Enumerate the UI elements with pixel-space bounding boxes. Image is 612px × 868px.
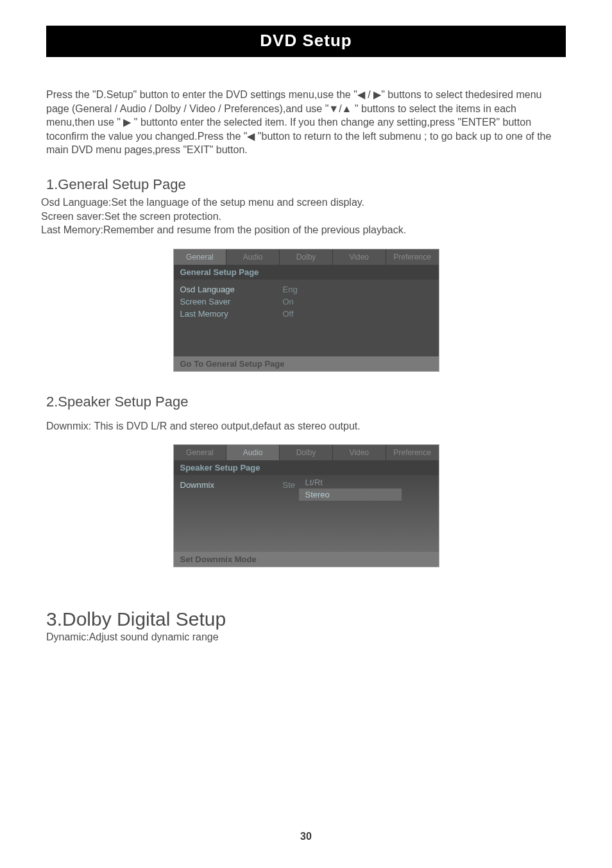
setup-row: Screen Saver On: [174, 296, 439, 308]
last-memory-desc: Last Memory:Remember and resume from the…: [41, 223, 566, 237]
intro-text: Press the "D.Setup" button to enter the …: [46, 89, 357, 100]
panel-footer: Set Downmix Mode: [174, 552, 439, 567]
left-arrow-icon: ◀: [247, 131, 255, 142]
down-up-arrow-icon: ▼/▲: [328, 103, 352, 114]
tab-general: General: [174, 445, 227, 460]
tab-dolby: Dolby: [280, 249, 333, 265]
general-setup-screenshot: General Audio Dolby Video Preference Gen…: [173, 249, 439, 372]
tab-dolby: Dolby: [280, 445, 333, 460]
speaker-setup-screenshot: General Audio Dolby Video Preference Spe…: [173, 444, 439, 567]
setup-row: Last Memory Off: [174, 308, 439, 320]
tab-preference: Preference: [386, 249, 439, 265]
row-label: Osd Language: [180, 285, 283, 294]
tab-audio: Audio: [226, 445, 280, 460]
tab-audio: Audio: [226, 249, 280, 265]
section-2-description: Downmix: This is DVD L/R and stereo outp…: [46, 419, 566, 433]
section-3-heading: 3.Dolby Digital Setup: [46, 608, 566, 630]
right-arrow-icon: ▶: [123, 117, 131, 128]
section-2-heading: 2.Speaker Setup Page: [46, 394, 566, 410]
row-value: Eng: [283, 285, 298, 294]
submenu-item: Lt/Rt: [299, 476, 402, 488]
panel-body: Downmix Ste Lt/Rt Stereo: [174, 475, 439, 552]
screen-saver-desc: Screen saver:Set the screen protection.: [41, 210, 566, 224]
page-number: 30: [0, 831, 612, 842]
intro-paragraph: Press the "D.Setup" button to enter the …: [46, 88, 566, 157]
left-right-arrow-icon: ◀ / ▶: [357, 89, 381, 100]
panel-body: Osd Language Eng Screen Saver On Last Me…: [174, 280, 439, 356]
panel-footer: Go To General Setup Page: [174, 356, 439, 371]
row-label: Downmix: [180, 480, 283, 490]
setup-tabs: General Audio Dolby Video Preference: [174, 445, 439, 460]
osd-language-desc: Osd Language:Set the language of the set…: [41, 196, 566, 210]
tab-preference: Preference: [386, 445, 439, 460]
setup-tabs: General Audio Dolby Video Preference: [174, 249, 439, 265]
downmix-submenu: Lt/Rt Stereo: [299, 476, 402, 501]
submenu-item-selected: Stereo: [299, 488, 402, 501]
section-1-heading: 1.General Setup Page: [46, 176, 566, 193]
row-value: On: [283, 297, 294, 306]
section-1-description: Osd Language:Set the language of the set…: [41, 196, 566, 237]
panel-title: General Setup Page: [174, 265, 439, 280]
row-label: Last Memory: [180, 309, 283, 319]
setup-row: Osd Language Eng: [174, 283, 439, 296]
row-label: Screen Saver: [180, 297, 283, 306]
row-value: Off: [283, 309, 294, 319]
tab-video: Video: [333, 445, 386, 460]
tab-video: Video: [333, 249, 386, 265]
section-3-description: Dynamic:Adjust sound dynamic range: [46, 630, 566, 644]
row-value: Ste: [283, 480, 296, 490]
panel-title: Speaker Setup Page: [174, 460, 439, 475]
page-title-bar: DVD Setup: [46, 26, 566, 57]
tab-general: General: [174, 249, 227, 265]
